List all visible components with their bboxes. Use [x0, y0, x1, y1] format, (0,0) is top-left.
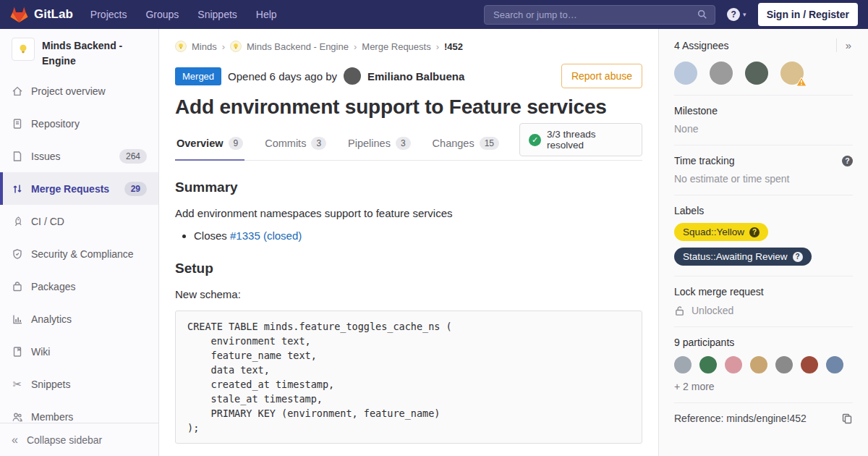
tab-commits[interactable]: Commits 3	[263, 130, 328, 161]
author-avatar[interactable]	[344, 67, 361, 85]
report-abuse-button[interactable]: Report abuse	[561, 64, 642, 88]
time-tracking-section: Time tracking ? No estimate or time spen…	[674, 145, 853, 195]
sidebar-item-label: Analytics	[31, 313, 72, 325]
sidebar-item-wiki[interactable]: Wiki	[0, 335, 158, 368]
sidebar-item-repository[interactable]: Repository	[0, 107, 158, 140]
breadcrumb-project[interactable]: Minds Backend - Engine	[247, 41, 349, 52]
sidebar-item-label: Snippets	[31, 379, 70, 390]
participant-avatar[interactable]	[801, 356, 818, 373]
sidebar-item-packages[interactable]: Packages	[0, 270, 158, 303]
participant-avatar[interactable]	[826, 356, 843, 373]
more-participants-link[interactable]: + 2 more	[674, 381, 715, 392]
summary-heading: Summary	[175, 180, 642, 195]
collapse-right-sidebar-icon[interactable]: »	[836, 38, 853, 52]
label-squad-yellow[interactable]: Squad::Yellow ?	[674, 223, 768, 241]
users-icon	[12, 411, 23, 423]
project-context-header[interactable]: Minds Backend - Engine	[0, 29, 158, 75]
reference-section: Reference: minds/engine!452	[674, 402, 853, 434]
tab-changes[interactable]: Changes 15	[431, 130, 501, 161]
setup-heading: Setup	[175, 261, 642, 276]
assignee-avatar[interactable]	[780, 62, 804, 85]
labels-section: Labels Squad::Yellow ? Status::Awaiting …	[674, 195, 853, 276]
participant-avatar[interactable]	[674, 356, 692, 373]
tab-overview[interactable]: Overview 9	[175, 130, 244, 161]
scoped-label-help-icon: ?	[749, 227, 760, 237]
project-avatar	[12, 38, 35, 61]
help-icon[interactable]: ?	[842, 156, 853, 166]
package-icon	[12, 281, 23, 292]
tab-label: Commits	[265, 138, 306, 149]
participants-label: 9 participants	[674, 337, 853, 348]
author-name[interactable]: Emiliano Balbuena	[367, 70, 464, 83]
labels-label: Labels	[674, 205, 853, 216]
participant-avatar[interactable]	[750, 356, 767, 373]
shield-icon	[12, 248, 23, 260]
breadcrumb-separator: ›	[222, 41, 225, 52]
mr-status-row: Merged Opened 6 days ago by Emiliano Bal…	[175, 64, 642, 88]
warning-icon	[796, 77, 807, 87]
lightbulb-icon	[177, 43, 184, 50]
participant-avatar[interactable]	[775, 356, 793, 373]
closes-list: Closes #1335 (closed)	[175, 229, 642, 242]
summary-text: Add environment namespaces support to fe…	[175, 207, 642, 219]
rocket-icon	[12, 216, 23, 227]
home-icon	[12, 85, 23, 97]
mr-tabs: Overview 9 Commits 3 Pipelines 3 Changes…	[175, 123, 642, 161]
sidebar-item-label: Repository	[31, 118, 80, 130]
search-icon[interactable]	[697, 9, 707, 20]
breadcrumb-mr-id: !452	[444, 41, 463, 52]
nav-help[interactable]: Help	[256, 9, 277, 20]
tab-pipelines[interactable]: Pipelines 3	[346, 130, 412, 161]
collapse-sidebar-button[interactable]: « Collapse sidebar	[0, 423, 158, 456]
sidebar-item-ci-cd[interactable]: CI / CD	[0, 205, 158, 237]
participant-avatar[interactable]	[699, 356, 717, 373]
lightbulb-icon	[17, 43, 30, 56]
copy-icon[interactable]	[841, 413, 853, 424]
nav-groups[interactable]: Groups	[145, 9, 179, 20]
sidebar-item-label: Wiki	[31, 346, 50, 358]
brand-wordmark[interactable]: GitLab	[34, 7, 73, 22]
gitlab-logo-icon[interactable]	[10, 6, 28, 23]
assignees-section: 4 Assignees »	[674, 29, 853, 95]
sidebar-item-label: CI / CD	[31, 216, 64, 227]
issues-count-badge: 264	[119, 149, 147, 164]
time-tracking-label: Time tracking	[674, 155, 735, 166]
sidebar-item-security[interactable]: Security & Compliance	[0, 237, 158, 270]
milestone-label: Milestone	[674, 105, 853, 117]
threads-resolved-button[interactable]: ✓ 3/3 threads resolved	[519, 123, 642, 156]
breadcrumb-minds[interactable]: Minds	[192, 41, 217, 52]
tab-count-badge: 15	[480, 137, 499, 150]
assignee-avatar[interactable]	[710, 62, 733, 85]
sidebar-item-issues[interactable]: Issues 264	[0, 140, 158, 172]
help-menu[interactable]: ? ▾	[727, 8, 746, 21]
lock-value: Unlocked	[692, 305, 733, 316]
assignee-avatar[interactable]	[674, 62, 697, 85]
group-avatar	[175, 41, 187, 52]
issue-link[interactable]: #1335 (closed)	[230, 229, 302, 242]
participant-avatar[interactable]	[725, 356, 742, 373]
mr-title: Add environment support to Feature servi…	[175, 96, 642, 119]
breadcrumb: Minds › Minds Backend - Engine › Merge R…	[175, 41, 642, 52]
search-input[interactable]	[492, 9, 697, 21]
sidebar-item-label: Packages	[31, 281, 75, 292]
collapse-sidebar-label: Collapse sidebar	[27, 434, 102, 446]
label-status-awaiting-review[interactable]: Status::Awaiting Review ?	[674, 248, 812, 266]
nav-projects[interactable]: Projects	[90, 9, 127, 20]
sidebar-item-analytics[interactable]: Analytics	[0, 303, 158, 335]
schema-label: New schema:	[175, 288, 642, 300]
nav-snippets[interactable]: Snippets	[197, 9, 237, 20]
chart-icon	[12, 313, 23, 325]
tab-count-badge: 9	[229, 137, 244, 150]
label-text: Status::Awaiting Review	[683, 251, 788, 262]
search-box	[484, 5, 715, 25]
left-sidebar: Minds Backend - Engine Project overview …	[0, 29, 159, 456]
document-icon	[12, 118, 23, 130]
sidebar-item-project-overview[interactable]: Project overview	[0, 75, 158, 107]
assignee-avatar[interactable]	[745, 62, 768, 85]
sidebar-item-merge-requests[interactable]: Merge Requests 29	[0, 172, 158, 205]
breadcrumb-merge-requests[interactable]: Merge Requests	[362, 41, 430, 52]
sidebar-item-snippets[interactable]: ✂ Snippets	[0, 368, 158, 400]
sign-in-button[interactable]: Sign in / Register	[758, 3, 858, 26]
chevron-down-icon: ▾	[743, 11, 746, 18]
tab-label: Pipelines	[348, 138, 391, 149]
